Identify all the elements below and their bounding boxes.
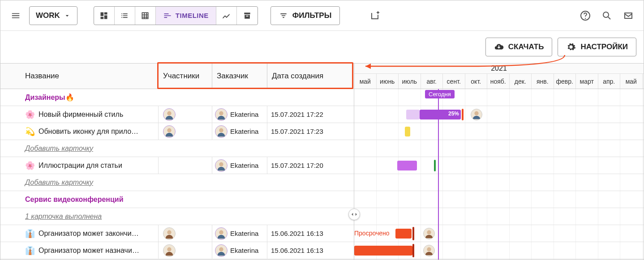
svg-point-5 xyxy=(219,128,223,132)
column-header-participants[interactable]: Участники xyxy=(159,64,212,89)
gantt-bar-progress[interactable]: 25% xyxy=(420,110,461,119)
month-cell[interactable]: май xyxy=(620,74,643,89)
created-date: 15.07.2021 17:23 xyxy=(267,123,354,140)
customer-name: Ekaterina xyxy=(230,247,258,254)
settings-button[interactable]: НАСТРОЙКИ xyxy=(558,38,636,56)
task-title: Организатор может назначи… xyxy=(39,247,139,255)
task-emoji: 💫 xyxy=(25,127,35,136)
customer-name: Ekaterina xyxy=(230,230,258,237)
customer-avatar[interactable] xyxy=(215,108,228,121)
gantt-bar[interactable] xyxy=(405,127,410,136)
done-cards-link[interactable]: 1 карточка выполнена xyxy=(0,208,354,225)
filters-button[interactable]: ФИЛЬТРЫ xyxy=(270,6,340,25)
timeline-icon xyxy=(163,11,172,20)
view-chart-button[interactable] xyxy=(216,7,237,25)
customer-avatar[interactable] xyxy=(215,159,228,172)
month-cell[interactable]: май xyxy=(354,74,377,89)
column-header-created[interactable]: Дата создания xyxy=(267,64,354,89)
filter-icon xyxy=(279,11,288,20)
chevron-down-icon xyxy=(64,12,71,19)
search-button[interactable] xyxy=(597,6,617,26)
month-cell[interactable]: июль xyxy=(399,74,421,89)
view-dashboard-button[interactable] xyxy=(94,7,115,25)
participant-avatar[interactable] xyxy=(163,125,176,138)
download-label: СКАЧАТЬ xyxy=(508,43,544,51)
month-cell[interactable]: окт. xyxy=(465,74,488,89)
participant-avatar[interactable] xyxy=(163,227,176,240)
task-row[interactable]: 🌸Новый фирменный стиль Ekaterina 15.07.2… xyxy=(0,106,354,123)
assignee-avatar[interactable] xyxy=(423,228,435,239)
assignee-avatar[interactable] xyxy=(471,109,482,120)
cloud-download-icon xyxy=(494,42,504,52)
view-table-button[interactable] xyxy=(135,7,156,25)
task-row[interactable]: 👔Организатор может назначи… Ekaterina 15… xyxy=(0,242,354,259)
today-line xyxy=(438,89,439,260)
month-cell[interactable]: март xyxy=(576,74,598,89)
add-card-link[interactable]: Добавить карточку xyxy=(0,140,354,157)
add-card-link[interactable]: Добавить карточку xyxy=(0,174,354,191)
task-row[interactable]: 👔Организатор может закончи… Ekaterina 15… xyxy=(0,225,354,242)
pane-resize-handle[interactable] xyxy=(348,209,360,220)
new-note-button[interactable] xyxy=(365,6,385,26)
customer-avatar[interactable] xyxy=(215,244,228,257)
project-selector[interactable]: WORK xyxy=(29,6,77,25)
project-name: WORK xyxy=(36,11,60,20)
download-button[interactable]: СКАЧАТЬ xyxy=(485,38,553,56)
assignee-avatar[interactable] xyxy=(423,245,435,256)
month-cell[interactable]: июнь xyxy=(377,74,399,89)
task-title: Организатор может закончи… xyxy=(39,230,139,238)
deadline-marker xyxy=(412,227,414,240)
deadline-marker xyxy=(412,244,414,257)
gantt-bar[interactable] xyxy=(354,246,412,256)
created-date: 15.07.2021 17:20 xyxy=(267,157,354,174)
participant-avatar[interactable] xyxy=(163,108,176,121)
view-timeline-button[interactable]: TIMELINE xyxy=(156,7,216,25)
svg-point-11 xyxy=(474,111,478,115)
task-title: Обновить иконку для прило… xyxy=(39,128,138,136)
view-archive-button[interactable] xyxy=(237,7,258,25)
participant-avatar[interactable] xyxy=(163,244,176,257)
svg-point-4 xyxy=(167,128,171,132)
svg-point-3 xyxy=(219,111,223,115)
month-cell[interactable]: апр. xyxy=(598,74,621,89)
svg-point-8 xyxy=(219,230,223,234)
month-cell[interactable]: дек. xyxy=(510,74,532,89)
month-cell[interactable]: сент. xyxy=(443,74,465,89)
task-row[interactable]: 💫Обновить иконку для прило… Ekaterina 15… xyxy=(0,123,354,140)
svg-point-13 xyxy=(427,247,431,251)
today-badge: Сегодня xyxy=(425,90,455,98)
customer-avatar[interactable] xyxy=(215,227,228,240)
deadline-marker xyxy=(434,160,436,171)
gantt-bar[interactable] xyxy=(397,161,417,170)
month-cell[interactable]: февр. xyxy=(554,74,576,89)
gantt-bar[interactable] xyxy=(406,110,420,119)
customer-avatar[interactable] xyxy=(215,125,228,138)
task-emoji: 👔 xyxy=(25,229,35,239)
svg-point-1 xyxy=(603,12,609,17)
mail-button[interactable] xyxy=(618,6,638,26)
timeline-label: TIMELINE xyxy=(176,12,209,19)
task-title: Иллюстрации для статьи xyxy=(39,162,122,170)
filters-label: ФИЛЬТРЫ xyxy=(292,11,332,20)
month-cell[interactable]: авг. xyxy=(421,74,443,89)
customer-name: Ekaterina xyxy=(230,128,258,135)
view-list-button[interactable] xyxy=(115,7,135,25)
month-cell[interactable]: янв. xyxy=(532,74,554,89)
menu-icon[interactable] xyxy=(6,6,26,26)
column-header-customer[interactable]: Заказчик xyxy=(212,64,267,89)
svg-point-2 xyxy=(167,111,171,115)
customer-name: Ekaterina xyxy=(230,111,258,118)
gantt-bar[interactable] xyxy=(395,229,412,239)
svg-point-6 xyxy=(219,162,223,166)
created-date: 15.07.2021 17:22 xyxy=(267,106,354,123)
month-cell[interactable]: нояб. xyxy=(487,74,510,89)
help-button[interactable] xyxy=(575,6,595,26)
svg-point-12 xyxy=(427,230,431,234)
gear-icon xyxy=(566,42,576,52)
overdue-label: Просрочено xyxy=(354,230,390,237)
section-video[interactable]: Сервис видеоконференций xyxy=(0,191,354,208)
task-row[interactable]: 🌸Иллюстрации для статьи Ekaterina 15.07.… xyxy=(0,157,354,174)
column-header-name[interactable]: Название xyxy=(0,64,159,89)
created-date: 15.06.2021 16:13 xyxy=(267,225,354,242)
section-designers[interactable]: Дизайнеры🔥 xyxy=(0,89,354,106)
